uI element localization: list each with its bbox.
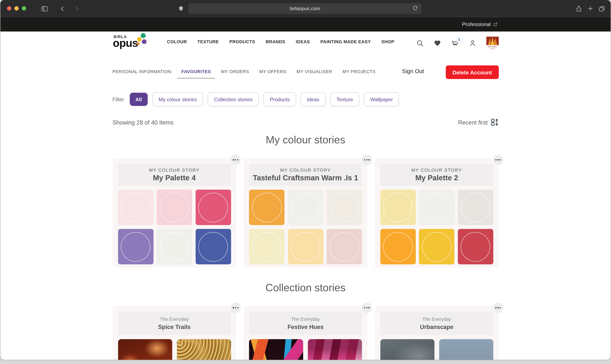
zoom-button[interactable]	[22, 6, 26, 11]
active-tab-underline	[177, 78, 215, 79]
card-eyebrow: MY COLOUR STORY	[149, 168, 200, 172]
nav-texture[interactable]: TEXTURE	[197, 39, 219, 44]
aditya-birla-paints-logo[interactable]: ADITYA BIRLA PAINTS	[486, 37, 499, 50]
colour-swatch[interactable]	[195, 229, 231, 264]
tab-my-projects[interactable]: MY PROJECTS	[342, 69, 376, 74]
colour-swatch[interactable]	[458, 229, 493, 264]
ellipsis-menu-icon[interactable]	[493, 155, 503, 165]
colour-swatch[interactable]	[458, 190, 493, 225]
collection-story-card[interactable]: The Everyday Spice Trails	[112, 306, 236, 360]
colour-swatch[interactable]	[419, 190, 454, 225]
back-icon[interactable]	[59, 0, 66, 17]
card-images	[380, 339, 493, 360]
page-content: BIRLA opus COLOUR TEXTURE PRODUCTS BRAND…	[0, 31, 611, 360]
sign-out-link[interactable]: Sign Out	[402, 65, 424, 74]
wishlist-heart-icon[interactable]	[434, 40, 441, 47]
external-link-icon	[493, 22, 497, 26]
card-title: My Palette 2	[415, 173, 458, 182]
ellipsis-menu-icon[interactable]	[362, 303, 372, 313]
filter-chip-ideas[interactable]: Ideas	[301, 92, 326, 106]
tab-my-offers[interactable]: MY OFFERS	[259, 69, 286, 74]
browser-chrome: birlaopus.com	[0, 0, 611, 17]
traffic-lights	[7, 6, 26, 11]
nav-brands[interactable]: BRANDS	[266, 39, 285, 44]
logo-dot-purple	[142, 39, 147, 44]
card-eyebrow: MY COLOUR STORY	[411, 168, 462, 172]
nav-shop[interactable]: SHOP	[381, 39, 394, 44]
collection-story-card[interactable]: The Everyday Festive Hues	[244, 306, 367, 360]
card-eyebrow: MY COLOUR STORY	[280, 168, 331, 172]
promo-bar: Professional	[0, 17, 611, 32]
colour-swatch[interactable]	[249, 190, 285, 225]
birla-opus-logo[interactable]: BIRLA opus	[112, 33, 151, 51]
filter-chip-products[interactable]: Products	[264, 92, 296, 106]
card-title: Tasteful Craftsman Warm .Is 1	[253, 173, 358, 182]
nav-colour[interactable]: COLOUR	[167, 39, 187, 44]
sidebar-icon[interactable]	[41, 0, 48, 17]
colour-story-card[interactable]: MY COLOUR STORY My Palette 2	[375, 158, 499, 268]
colour-swatch[interactable]	[419, 229, 454, 264]
card-eyebrow: The Everyday	[291, 317, 320, 322]
tab-favourites[interactable]: FAVOURITES	[181, 69, 211, 74]
ellipsis-menu-icon[interactable]	[493, 303, 503, 313]
cart-count-badge: 3	[456, 37, 462, 42]
tab-my-orders[interactable]: MY ORDERS	[221, 69, 249, 74]
card-title: My Palette 4	[153, 173, 196, 182]
filter-label: Filter	[112, 96, 124, 102]
tab-personal-information[interactable]: PERSONAL INFORMATION	[112, 69, 171, 74]
sort-control[interactable]: Recent first	[458, 118, 499, 126]
cart-icon[interactable]: 3	[451, 39, 459, 47]
colour-swatch[interactable]	[288, 229, 323, 264]
colour-swatch[interactable]	[327, 190, 362, 225]
collection-story-card[interactable]: The Everyday Urbanscape	[375, 306, 499, 360]
reload-icon[interactable]	[412, 5, 418, 11]
colour-stories-heading: My colour stories	[112, 134, 499, 146]
filter-chip-texture[interactable]: Texture	[330, 92, 359, 106]
ellipsis-menu-icon[interactable]	[362, 155, 372, 165]
close-button[interactable]	[7, 6, 12, 11]
filter-chip-wallpaper[interactable]: Wallpaper	[364, 92, 399, 106]
forward-icon[interactable]	[74, 0, 80, 17]
colour-swatch[interactable]	[380, 190, 416, 225]
spice-chillies-image	[118, 339, 172, 360]
colour-swatch[interactable]	[118, 190, 153, 225]
festive-pink-crowd-image	[308, 339, 362, 360]
filter-chip-my-colour-stories[interactable]: My colour stories	[152, 92, 203, 106]
card-eyebrow: The Everyday	[422, 317, 451, 322]
new-tab-icon[interactable]	[587, 5, 594, 12]
filter-chip-collection-stories[interactable]: Collection stories	[208, 92, 259, 106]
professional-link[interactable]: Professional	[462, 21, 491, 27]
filter-chip-all[interactable]: All	[130, 93, 148, 106]
nav-painting-made-easy[interactable]: PAINTING MADE EASY	[320, 39, 371, 44]
address-bar[interactable]: birlaopus.com	[188, 3, 421, 14]
colour-swatch[interactable]	[157, 190, 192, 225]
colour-swatch[interactable]	[288, 190, 323, 225]
minimize-button[interactable]	[14, 6, 19, 11]
tab-my-visualiser[interactable]: MY VISUALISER	[297, 69, 332, 74]
colour-swatch[interactable]	[380, 229, 416, 264]
sort-label: Recent first	[458, 119, 488, 126]
colour-story-card[interactable]: MY COLOUR STORY My Palette 4	[112, 158, 236, 268]
colour-swatch[interactable]	[157, 229, 192, 264]
share-icon[interactable]	[576, 5, 582, 12]
nav-ideas[interactable]: IDEAS	[296, 39, 310, 44]
sort-icon	[491, 118, 499, 126]
colour-swatch[interactable]	[249, 229, 285, 264]
ellipsis-menu-icon[interactable]	[230, 303, 241, 313]
colour-story-card[interactable]: MY COLOUR STORY Tasteful Craftsman Warm …	[244, 158, 367, 268]
nav-products[interactable]: PRODUCTS	[229, 39, 255, 44]
url-text: birlaopus.com	[290, 6, 320, 11]
colour-swatch[interactable]	[195, 190, 231, 225]
shield-icon[interactable]	[178, 0, 184, 17]
colour-swatch[interactable]	[118, 229, 153, 264]
card-eyebrow: The Everyday	[160, 317, 189, 322]
ellipsis-menu-icon[interactable]	[230, 155, 241, 165]
urban-city-skyline-image	[439, 339, 493, 360]
swatch-grid	[380, 190, 493, 264]
svg-text:ADITYA BIRLA: ADITYA BIRLA	[488, 46, 497, 48]
colour-swatch[interactable]	[327, 229, 362, 264]
search-icon[interactable]	[416, 39, 424, 47]
tab-overview-icon[interactable]	[598, 5, 605, 12]
delete-account-button[interactable]: Delete Account	[446, 65, 499, 79]
account-icon[interactable]	[469, 39, 476, 47]
